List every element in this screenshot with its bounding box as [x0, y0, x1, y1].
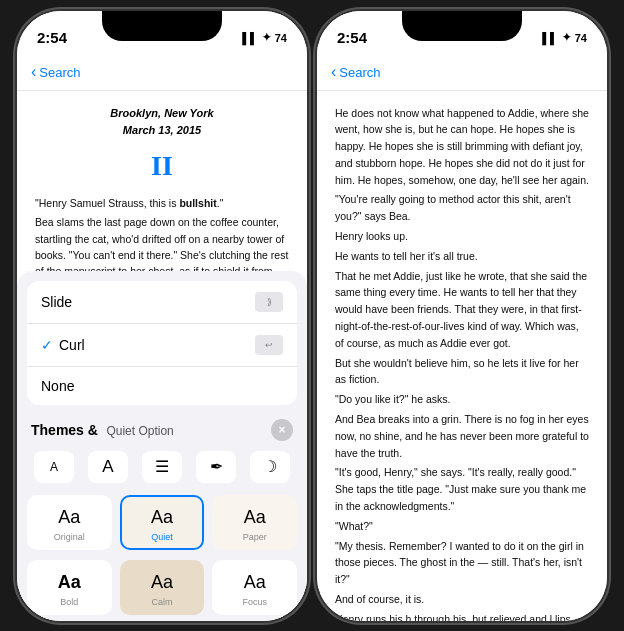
calm-label: Calm: [152, 597, 173, 607]
r-para-9: "It's good, Henry," she says. "It's real…: [335, 464, 589, 514]
font-style-icon[interactable]: ✒: [196, 451, 236, 483]
bold-aa: Aa: [58, 572, 81, 593]
slide-options-menu: Slide ⟫ ✓ Curl ↩ None: [27, 281, 297, 405]
quiet-aa: Aa: [151, 507, 173, 528]
curl-label: Curl: [59, 337, 85, 353]
check-icon: ✓: [41, 337, 53, 353]
signal-icon-right: ▌▌: [542, 32, 558, 44]
r-para-1: He does not know what happened to Addie,…: [335, 105, 589, 189]
status-icons-right: ▌▌ ✦ 74: [542, 31, 587, 44]
r-para-3: Henry looks up.: [335, 228, 589, 245]
back-label-left: Search: [39, 65, 80, 80]
font-list-icon[interactable]: ☰: [142, 451, 182, 483]
r-para-7: "Do you like it?" he asks.: [335, 391, 589, 408]
back-chevron-icon-right: ‹: [331, 63, 336, 81]
themes-title: Themes &: [31, 422, 98, 438]
quiet-option-label: Quiet Option: [106, 424, 173, 438]
r-para-13: Henry runs his h through his, but reliev…: [335, 611, 589, 621]
r-para-4: He wants to tell her it's all true.: [335, 248, 589, 265]
theme-card-original[interactable]: Aa Original: [27, 495, 112, 550]
book-location: Brooklyn, New YorkMarch 13, 2015: [35, 105, 289, 140]
phones-container: 2:54 ▌▌ ✦ 74 ‹ Search Brooklyn, New York…: [17, 11, 607, 621]
wifi-icon: ✦: [262, 31, 271, 44]
slide-option-curl[interactable]: ✓ Curl ↩: [27, 324, 297, 367]
slide-option-left: Slide: [41, 294, 72, 310]
back-button-left[interactable]: ‹ Search: [31, 63, 81, 81]
back-chevron-icon: ‹: [31, 63, 36, 81]
signal-icon: ▌▌: [242, 32, 258, 44]
theme-cards-row-1: Aa Original Aa Quiet Aa Paper: [17, 491, 307, 556]
paper-label: Paper: [243, 532, 267, 542]
theme-card-bold[interactable]: Aa Bold: [27, 560, 112, 615]
left-phone: 2:54 ▌▌ ✦ 74 ‹ Search Brooklyn, New York…: [17, 11, 307, 621]
r-para-5: That he met Addie, just like he wrote, t…: [335, 268, 589, 352]
notch-left: [102, 11, 222, 41]
nav-bar-right: ‹ Search: [317, 55, 607, 91]
original-aa: Aa: [58, 507, 80, 528]
paper-aa: Aa: [244, 507, 266, 528]
themes-header: Themes & Quiet Option ×: [17, 411, 307, 445]
curl-option-left: ✓ Curl: [41, 337, 85, 353]
back-label-right: Search: [339, 65, 380, 80]
time-left: 2:54: [37, 29, 67, 46]
theme-card-quiet[interactable]: Aa Quiet: [120, 495, 205, 550]
nav-bar-left: ‹ Search: [17, 55, 307, 91]
curl-icon: ↩: [255, 335, 283, 355]
status-icons-left: ▌▌ ✦ 74: [242, 31, 287, 44]
focus-label: Focus: [242, 597, 267, 607]
r-para-11: "My thesis. Remember? I wanted to do it …: [335, 538, 589, 588]
right-book-text: He does not know what happened to Addie,…: [335, 105, 589, 621]
font-controls: A A ☰ ✒ ☽: [17, 445, 307, 491]
book-para-1: "Henry Samuel Strauss, this is bullshit.…: [35, 195, 289, 211]
theme-cards-row-2: Aa Bold Aa Calm Aa Focus: [17, 556, 307, 621]
battery-icon: 74: [275, 32, 287, 44]
theme-card-focus[interactable]: Aa Focus: [212, 560, 297, 615]
moon-icon[interactable]: ☽: [250, 451, 290, 483]
font-increase-button[interactable]: A: [88, 451, 128, 483]
r-para-2: "You're really going to method actor thi…: [335, 191, 589, 225]
theme-card-calm[interactable]: Aa Calm: [120, 560, 205, 615]
back-button-right[interactable]: ‹ Search: [331, 63, 381, 81]
close-button[interactable]: ×: [271, 419, 293, 441]
r-para-8: And Bea breaks into a grin. There is no …: [335, 411, 589, 461]
r-para-12: And of course, it is.: [335, 591, 589, 608]
slide-label: Slide: [41, 294, 72, 310]
quiet-label: Quiet: [151, 532, 173, 542]
right-phone: 2:54 ▌▌ ✦ 74 ‹ Search He does not know w…: [317, 11, 607, 621]
battery-icon-right: 74: [575, 32, 587, 44]
notch-right: [402, 11, 522, 41]
overlay-panel: Slide ⟫ ✓ Curl ↩ None: [17, 271, 307, 621]
themes-title-area: Themes & Quiet Option: [31, 421, 174, 439]
r-para-10: "What?": [335, 518, 589, 535]
font-decrease-button[interactable]: A: [34, 451, 74, 483]
calm-aa: Aa: [151, 572, 173, 593]
slide-option-slide[interactable]: Slide ⟫: [27, 281, 297, 324]
chapter-number: II: [35, 144, 289, 187]
book-content-right: He does not know what happened to Addie,…: [317, 91, 607, 621]
original-label: Original: [54, 532, 85, 542]
none-option-left: None: [41, 378, 74, 394]
r-para-6: But she wouldn't believe him, so he lets…: [335, 355, 589, 389]
none-label: None: [41, 378, 74, 394]
focus-aa: Aa: [244, 572, 266, 593]
wifi-icon-right: ✦: [562, 31, 571, 44]
bold-label: Bold: [60, 597, 78, 607]
theme-card-paper[interactable]: Aa Paper: [212, 495, 297, 550]
time-right: 2:54: [337, 29, 367, 46]
slide-icon: ⟫: [255, 292, 283, 312]
slide-option-none[interactable]: None: [27, 367, 297, 405]
